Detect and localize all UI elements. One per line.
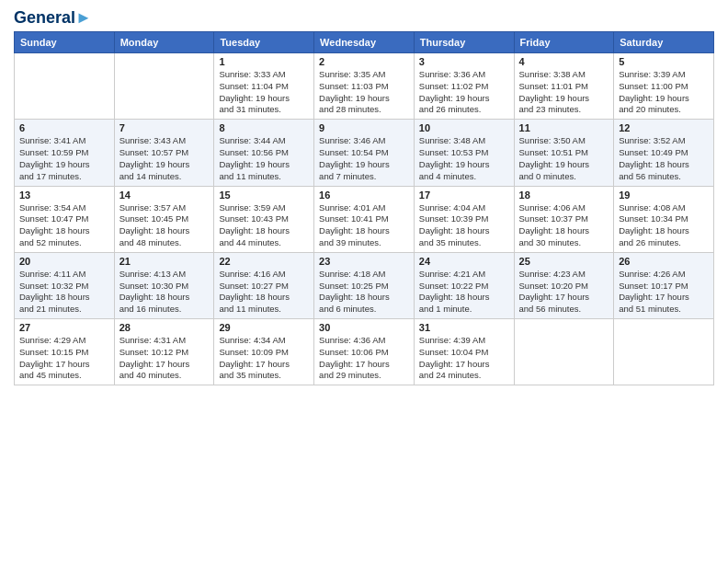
- day-info: Sunrise: 3:38 AM Sunset: 11:01 PM Daylig…: [519, 69, 609, 116]
- day-number: 4: [519, 56, 609, 67]
- day-number: 5: [619, 56, 709, 67]
- calendar-cell: 17Sunrise: 4:04 AM Sunset: 10:39 PM Dayl…: [414, 186, 514, 252]
- weekday-header-friday: Friday: [514, 32, 614, 53]
- day-info: Sunrise: 4:16 AM Sunset: 10:27 PM Daylig…: [219, 269, 309, 316]
- day-info: Sunrise: 4:29 AM Sunset: 10:15 PM Daylig…: [19, 335, 109, 382]
- day-number: 29: [219, 322, 309, 333]
- logo: General►: [14, 9, 92, 26]
- day-number: 1: [219, 56, 309, 67]
- day-info: Sunrise: 3:43 AM Sunset: 10:57 PM Daylig…: [119, 135, 210, 182]
- day-info: Sunrise: 4:04 AM Sunset: 10:39 PM Daylig…: [419, 202, 509, 249]
- day-number: 28: [119, 322, 210, 333]
- day-info: Sunrise: 3:35 AM Sunset: 11:03 PM Daylig…: [319, 69, 409, 116]
- day-number: 13: [19, 190, 109, 201]
- day-number: 26: [619, 256, 709, 267]
- calendar-cell: 26Sunrise: 4:26 AM Sunset: 10:17 PM Dayl…: [614, 252, 714, 318]
- weekday-header-row: SundayMondayTuesdayWednesdayThursdayFrid…: [15, 32, 714, 53]
- day-number: 15: [219, 190, 309, 201]
- day-number: 27: [19, 322, 109, 333]
- day-info: Sunrise: 4:34 AM Sunset: 10:09 PM Daylig…: [219, 335, 309, 382]
- day-info: Sunrise: 4:36 AM Sunset: 10:06 PM Daylig…: [319, 335, 409, 382]
- day-number: 30: [319, 322, 409, 333]
- calendar-cell: 19Sunrise: 4:08 AM Sunset: 10:34 PM Dayl…: [614, 186, 714, 252]
- weekday-header-wednesday: Wednesday: [314, 32, 415, 53]
- weekday-header-monday: Monday: [114, 32, 214, 53]
- calendar-cell: 30Sunrise: 4:36 AM Sunset: 10:06 PM Dayl…: [314, 319, 415, 385]
- day-number: 24: [419, 256, 509, 267]
- calendar-cell: 13Sunrise: 3:54 AM Sunset: 10:47 PM Dayl…: [15, 186, 115, 252]
- calendar-cell: 28Sunrise: 4:31 AM Sunset: 10:12 PM Dayl…: [114, 319, 214, 385]
- day-number: 16: [319, 190, 409, 201]
- calendar-cell: 24Sunrise: 4:21 AM Sunset: 10:22 PM Dayl…: [414, 252, 514, 318]
- day-number: 31: [419, 322, 509, 333]
- day-info: Sunrise: 4:06 AM Sunset: 10:37 PM Daylig…: [519, 202, 609, 249]
- calendar-cell: 31Sunrise: 4:39 AM Sunset: 10:04 PM Dayl…: [414, 319, 514, 385]
- calendar-cell: 22Sunrise: 4:16 AM Sunset: 10:27 PM Dayl…: [214, 252, 314, 318]
- calendar-cell: 12Sunrise: 3:52 AM Sunset: 10:49 PM Dayl…: [614, 120, 714, 186]
- day-info: Sunrise: 3:59 AM Sunset: 10:43 PM Daylig…: [219, 202, 309, 249]
- calendar-cell: [614, 319, 714, 385]
- calendar-cell: 7Sunrise: 3:43 AM Sunset: 10:57 PM Dayli…: [114, 120, 214, 186]
- day-number: 6: [19, 122, 109, 133]
- calendar-cell: 15Sunrise: 3:59 AM Sunset: 10:43 PM Dayl…: [214, 186, 314, 252]
- week-row-1: 1Sunrise: 3:33 AM Sunset: 11:04 PM Dayli…: [15, 53, 714, 120]
- day-number: 3: [419, 56, 509, 67]
- day-number: 11: [519, 122, 609, 133]
- day-info: Sunrise: 4:23 AM Sunset: 10:20 PM Daylig…: [519, 269, 609, 316]
- day-info: Sunrise: 4:13 AM Sunset: 10:30 PM Daylig…: [119, 269, 210, 316]
- day-info: Sunrise: 3:46 AM Sunset: 10:54 PM Daylig…: [319, 135, 409, 182]
- day-number: 12: [619, 122, 709, 133]
- calendar-cell: 14Sunrise: 3:57 AM Sunset: 10:45 PM Dayl…: [114, 186, 214, 252]
- day-info: Sunrise: 3:41 AM Sunset: 10:59 PM Daylig…: [19, 135, 109, 182]
- calendar-cell: 20Sunrise: 4:11 AM Sunset: 10:32 PM Dayl…: [15, 252, 115, 318]
- weekday-header-tuesday: Tuesday: [214, 32, 314, 53]
- day-number: 9: [319, 122, 409, 133]
- day-number: 25: [519, 256, 609, 267]
- day-info: Sunrise: 3:54 AM Sunset: 10:47 PM Daylig…: [19, 202, 109, 249]
- day-info: Sunrise: 4:08 AM Sunset: 10:34 PM Daylig…: [619, 202, 709, 249]
- day-number: 20: [19, 256, 109, 267]
- day-number: 14: [119, 190, 210, 201]
- day-info: Sunrise: 3:44 AM Sunset: 10:56 PM Daylig…: [219, 135, 309, 182]
- week-row-4: 20Sunrise: 4:11 AM Sunset: 10:32 PM Dayl…: [15, 252, 714, 318]
- day-info: Sunrise: 3:39 AM Sunset: 11:00 PM Daylig…: [619, 69, 709, 116]
- logo-general: General►: [14, 9, 92, 26]
- day-number: 7: [119, 122, 210, 133]
- week-row-2: 6Sunrise: 3:41 AM Sunset: 10:59 PM Dayli…: [15, 120, 714, 186]
- day-number: 2: [319, 56, 409, 67]
- header: General►: [14, 9, 714, 26]
- calendar-cell: 3Sunrise: 3:36 AM Sunset: 11:02 PM Dayli…: [414, 53, 514, 120]
- day-number: 17: [419, 190, 509, 201]
- calendar-cell: 8Sunrise: 3:44 AM Sunset: 10:56 PM Dayli…: [214, 120, 314, 186]
- day-number: 22: [219, 256, 309, 267]
- day-number: 10: [419, 122, 509, 133]
- day-info: Sunrise: 3:48 AM Sunset: 10:53 PM Daylig…: [419, 135, 509, 182]
- day-info: Sunrise: 4:26 AM Sunset: 10:17 PM Daylig…: [619, 269, 709, 316]
- day-number: 8: [219, 122, 309, 133]
- weekday-header-sunday: Sunday: [15, 32, 115, 53]
- weekday-header-saturday: Saturday: [614, 32, 714, 53]
- week-row-3: 13Sunrise: 3:54 AM Sunset: 10:47 PM Dayl…: [15, 186, 714, 252]
- calendar-cell: [114, 53, 214, 120]
- calendar-cell: 6Sunrise: 3:41 AM Sunset: 10:59 PM Dayli…: [15, 120, 115, 186]
- day-info: Sunrise: 3:33 AM Sunset: 11:04 PM Daylig…: [219, 69, 309, 116]
- day-info: Sunrise: 4:31 AM Sunset: 10:12 PM Daylig…: [119, 335, 210, 382]
- calendar-cell: 25Sunrise: 4:23 AM Sunset: 10:20 PM Dayl…: [514, 252, 614, 318]
- calendar-cell: 9Sunrise: 3:46 AM Sunset: 10:54 PM Dayli…: [314, 120, 415, 186]
- day-number: 19: [619, 190, 709, 201]
- calendar-cell: 11Sunrise: 3:50 AM Sunset: 10:51 PM Dayl…: [514, 120, 614, 186]
- week-row-5: 27Sunrise: 4:29 AM Sunset: 10:15 PM Dayl…: [15, 319, 714, 385]
- day-number: 18: [519, 190, 609, 201]
- calendar-cell: [514, 319, 614, 385]
- day-info: Sunrise: 4:39 AM Sunset: 10:04 PM Daylig…: [419, 335, 509, 382]
- page: General► SundayMondayTuesdayWednesdayThu…: [0, 0, 728, 563]
- weekday-header-thursday: Thursday: [414, 32, 514, 53]
- day-info: Sunrise: 4:18 AM Sunset: 10:25 PM Daylig…: [319, 269, 409, 316]
- calendar-cell: 21Sunrise: 4:13 AM Sunset: 10:30 PM Dayl…: [114, 252, 214, 318]
- calendar-cell: 5Sunrise: 3:39 AM Sunset: 11:00 PM Dayli…: [614, 53, 714, 120]
- day-info: Sunrise: 4:21 AM Sunset: 10:22 PM Daylig…: [419, 269, 509, 316]
- day-number: 23: [319, 256, 409, 267]
- calendar-cell: 2Sunrise: 3:35 AM Sunset: 11:03 PM Dayli…: [314, 53, 415, 120]
- calendar: SundayMondayTuesdayWednesdayThursdayFrid…: [14, 31, 714, 385]
- calendar-cell: [15, 53, 115, 120]
